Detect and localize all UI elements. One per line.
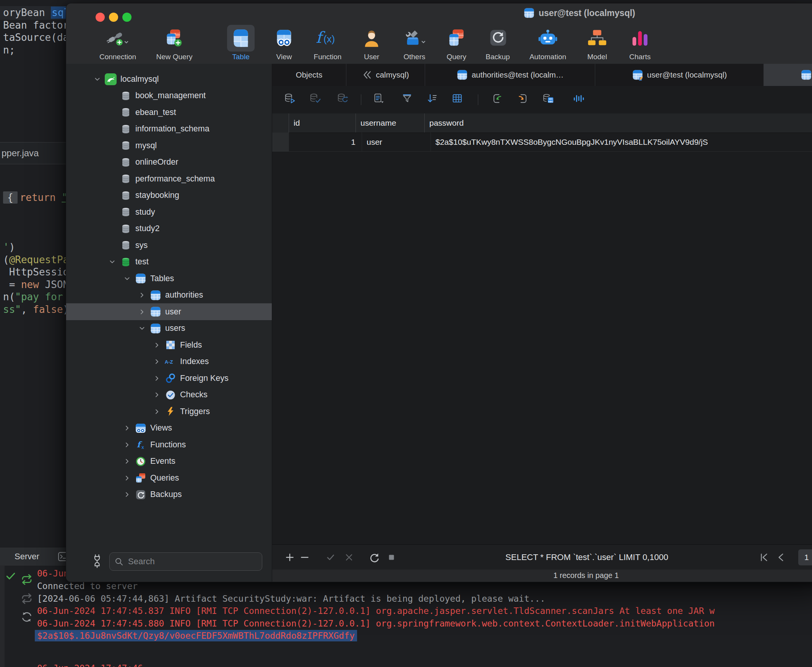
import-icon[interactable]: [491, 93, 503, 104]
tree-item-events[interactable]: Events: [66, 453, 272, 470]
tree-item-triggers[interactable]: Triggers: [66, 403, 272, 420]
search-box[interactable]: [109, 553, 262, 571]
tree-item-book-management[interactable]: book_management: [66, 88, 272, 104]
chevron-right-icon[interactable]: [121, 489, 133, 500]
data-generation-icon[interactable]: 101ABC: [542, 93, 554, 104]
cell-username[interactable]: user: [362, 133, 431, 151]
swap-disabled-icon[interactable]: [20, 591, 34, 606]
queries-icon: [135, 472, 146, 484]
tree-item-sys[interactable]: sys: [66, 237, 272, 254]
zoom-button[interactable]: [122, 13, 131, 22]
filter-icon[interactable]: [401, 93, 413, 104]
column-header-username[interactable]: username: [356, 113, 425, 133]
page-number: 1: [804, 553, 809, 562]
tab-user-test-localmysql[interactable]: user@test (localmysql): [595, 64, 764, 86]
chevron-down-icon[interactable]: [92, 73, 103, 85]
tree-item-label: staybooking: [135, 191, 179, 200]
chevron-right-icon[interactable]: [151, 406, 163, 417]
plug-icon[interactable]: [93, 554, 102, 569]
tree-item-backups[interactable]: Backups: [66, 486, 272, 503]
code-token: (: [3, 254, 9, 265]
tree-item-label: test: [135, 257, 149, 267]
tree-item-authorities[interactable]: authorities: [66, 287, 272, 304]
close-button[interactable]: [96, 13, 105, 22]
tab-calmysql[interactable]: calmysql): [346, 64, 425, 86]
tree-item-indexes[interactable]: A-Z Indexes: [66, 353, 272, 370]
delete-record-button[interactable]: [300, 552, 310, 563]
export-icon[interactable]: [517, 93, 529, 104]
svg-text:ABC: ABC: [548, 100, 553, 103]
row-selector[interactable]: [272, 133, 289, 151]
begin-transaction-icon[interactable]: [284, 93, 296, 104]
chevron-right-icon[interactable]: [121, 439, 133, 450]
toolbar-automation[interactable]: Automation: [519, 25, 576, 61]
chevron-right-icon[interactable]: [151, 339, 163, 351]
tree-item-functions[interactable]: fx Functions: [66, 436, 272, 453]
run-success-icon[interactable]: [5, 571, 16, 581]
toolbar-backup[interactable]: Backup: [469, 25, 526, 61]
chevron-right-icon[interactable]: [151, 356, 163, 367]
tree-item-label: localmysql: [120, 75, 159, 84]
tree-item-information-schema[interactable]: information_schema: [66, 121, 272, 138]
chevron-right-icon[interactable]: [121, 472, 133, 484]
chevron-right-icon[interactable]: [121, 423, 133, 434]
chevron-down-icon[interactable]: [136, 323, 148, 334]
cell-id[interactable]: 1: [289, 133, 362, 151]
tree-item-user[interactable]: user: [66, 303, 272, 320]
tree-item-localmysql[interactable]: localmysql: [66, 71, 272, 88]
sort-icon[interactable]: [426, 93, 438, 104]
tree-item-label: Fields: [180, 340, 202, 350]
tree-item-mysql[interactable]: mysql: [66, 137, 272, 154]
chevron-right-icon[interactable]: [151, 389, 163, 401]
pulse-icon[interactable]: [572, 93, 585, 104]
page-number-box[interactable]: 1: [798, 549, 812, 566]
text-view-icon[interactable]: [372, 93, 384, 104]
tree-item-test[interactable]: test: [66, 254, 272, 270]
chevron-down-icon[interactable]: [106, 256, 118, 268]
previous-page-button[interactable]: [775, 552, 786, 563]
apply-changes-button[interactable]: [325, 552, 336, 563]
stop-button[interactable]: [386, 552, 397, 563]
tree-item-onlineorder[interactable]: onlineOrder: [66, 154, 272, 171]
svg-text:(x): (x): [323, 33, 335, 44]
chevron-right-icon[interactable]: [136, 306, 148, 317]
grid-view-icon[interactable]: [451, 93, 463, 104]
tab-us[interactable]: us: [764, 64, 812, 86]
tree-item-performance-schema[interactable]: performance_schema: [66, 170, 272, 187]
tab-authorities-test-localm[interactable]: authorities@test (localm…: [425, 64, 595, 86]
table-row[interactable]: 1 user $2a$10$uTKwy8nTXWSS8oBygcNGouBpgJ…: [272, 133, 812, 152]
cell-password[interactable]: $2a$10$uTKwy8nTXWSS8oBygcNGouBpgJKv1nyVI…: [431, 133, 812, 151]
toolbar-new-query[interactable]: New Query: [146, 25, 203, 61]
tree-item-queries[interactable]: Queries: [66, 470, 272, 486]
rollback-icon[interactable]: [336, 93, 349, 104]
commit-icon[interactable]: [309, 93, 321, 104]
column-header-id[interactable]: id: [289, 113, 356, 133]
chevron-right-icon[interactable]: [121, 456, 133, 467]
toolbar-charts[interactable]: Charts: [611, 25, 669, 61]
first-page-button[interactable]: [759, 552, 769, 563]
tab-server[interactable]: Server: [15, 552, 39, 562]
tree-item-users[interactable]: users: [66, 320, 272, 337]
tree-item-tables[interactable]: Tables: [66, 270, 272, 287]
tree-item-staybooking[interactable]: staybooking: [66, 187, 272, 204]
tree-item-study2[interactable]: study2: [66, 221, 272, 237]
refresh-button[interactable]: [369, 552, 379, 563]
tree-item-ebean-test[interactable]: ebean_test: [66, 104, 272, 121]
tree-item-checks[interactable]: Checks: [66, 387, 272, 403]
tree-item-views[interactable]: Views: [66, 420, 272, 436]
chevron-down-icon[interactable]: [121, 273, 133, 284]
discard-changes-button[interactable]: [344, 552, 354, 563]
minimize-button[interactable]: [109, 13, 118, 22]
chevron-right-icon[interactable]: [151, 372, 163, 384]
rerun-icon[interactable]: [20, 572, 34, 587]
add-record-button[interactable]: [285, 552, 295, 563]
tab-objects[interactable]: Objects: [272, 64, 346, 86]
column-header-password[interactable]: password: [425, 113, 812, 133]
sync-icon[interactable]: [21, 611, 33, 624]
search-input[interactable]: [127, 556, 243, 567]
tree-item-foreign-keys[interactable]: Foreign Keys: [66, 370, 272, 387]
tree-item-fields[interactable]: Fields: [66, 337, 272, 353]
toolbar-connection[interactable]: Connection: [89, 25, 146, 61]
tree-item-study[interactable]: study: [66, 204, 272, 221]
chevron-right-icon[interactable]: [136, 290, 148, 301]
